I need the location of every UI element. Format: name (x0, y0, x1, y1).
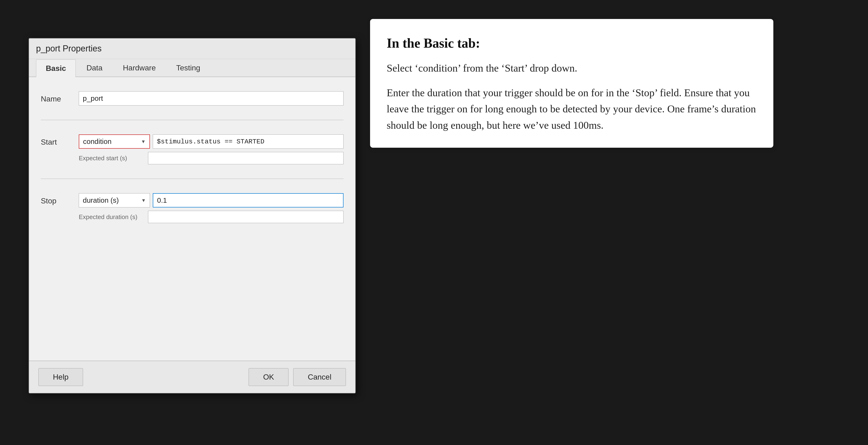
stop-input-row: duration (s) ▼ (79, 193, 343, 208)
stop-label: Stop (41, 193, 72, 205)
start-condition-value: $stimulus.status == STARTED (153, 134, 343, 149)
separator-2 (41, 179, 343, 179)
tab-testing[interactable]: Testing (166, 59, 210, 76)
start-label: Start (41, 134, 72, 147)
callout-box: In the Basic tab: Select ‘condition’ fro… (370, 19, 773, 148)
separator-1 (41, 120, 343, 120)
name-input[interactable] (79, 91, 343, 105)
stop-expected-label: Expected duration (s) (79, 213, 145, 221)
stop-dropdown[interactable]: duration (s) ▼ (79, 193, 150, 208)
name-fields (79, 91, 343, 105)
stop-row: Stop duration (s) ▼ Expected duration (s… (41, 193, 343, 223)
tab-data[interactable]: Data (76, 59, 112, 76)
help-button[interactable]: Help (38, 368, 83, 386)
start-expected-input[interactable] (148, 152, 343, 164)
stop-expected-input[interactable] (148, 211, 343, 223)
cancel-button[interactable]: Cancel (293, 368, 346, 386)
dialog-title: p_port Properties (36, 43, 101, 53)
footer-right: OK Cancel (249, 368, 346, 386)
tabs-bar: Basic Data Hardware Testing (29, 59, 355, 77)
ok-button[interactable]: OK (249, 368, 288, 386)
start-dropdown-value: condition (83, 137, 112, 146)
start-dropdown[interactable]: condition ▼ (79, 134, 150, 149)
start-fields: condition ▼ $stimulus.status == STARTED … (79, 134, 343, 164)
dialog-window: p_port Properties Basic Data Hardware Te… (28, 38, 356, 393)
start-expected-label: Expected start (s) (79, 155, 145, 162)
callout-paragraph-2: Enter the duration that your trigger sho… (387, 85, 757, 133)
callout-title: In the Basic tab: (387, 33, 757, 53)
start-dropdown-arrow-icon: ▼ (141, 139, 146, 145)
tab-hardware[interactable]: Hardware (113, 59, 165, 76)
dialog-body: Name Start condition ▼ $stimulus (29, 77, 355, 360)
stop-fields: duration (s) ▼ Expected duration (s) (79, 193, 343, 223)
stop-dropdown-value: duration (s) (83, 196, 119, 204)
dialog-footer: Help OK Cancel (29, 360, 355, 393)
start-expected-row: Expected start (s) (79, 152, 343, 164)
scene: p_port Properties Basic Data Hardware Te… (0, 0, 868, 445)
start-input-row: condition ▼ $stimulus.status == STARTED (79, 134, 343, 149)
callout-body: Select ‘condition’ from the ‘Start’ drop… (387, 60, 757, 133)
dialog-titlebar: p_port Properties (29, 38, 355, 59)
name-row: Name (41, 91, 343, 105)
stop-expected-row: Expected duration (s) (79, 211, 343, 223)
name-label: Name (41, 91, 72, 103)
start-row: Start condition ▼ $stimulus.status == ST… (41, 134, 343, 164)
tab-basic[interactable]: Basic (36, 60, 76, 77)
callout-paragraph-1: Select ‘condition’ from the ‘Start’ drop… (387, 60, 757, 76)
stop-dropdown-arrow-icon: ▼ (141, 198, 146, 203)
stop-value-input[interactable] (153, 193, 343, 208)
